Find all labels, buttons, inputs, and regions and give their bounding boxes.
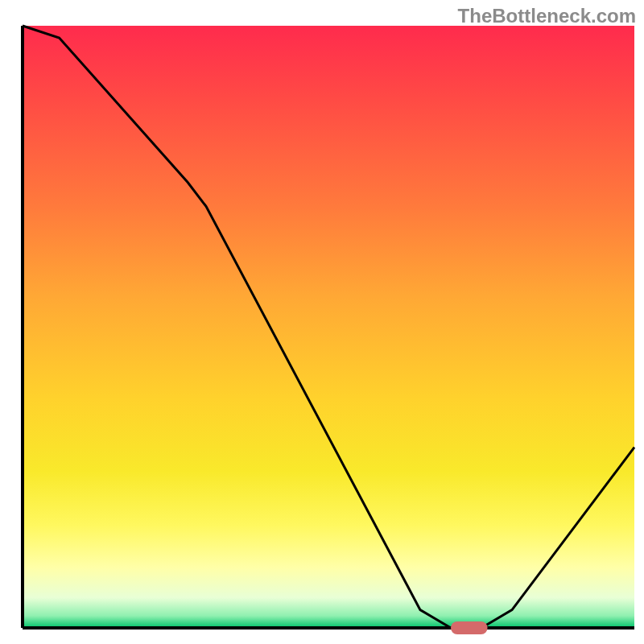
min-marker [451,621,488,634]
watermark-label: TheBottleneck.com [458,5,636,27]
bottleneck-chart: TheBottleneck.com [0,0,644,644]
plot-area [23,26,634,628]
chart-svg [0,0,644,644]
